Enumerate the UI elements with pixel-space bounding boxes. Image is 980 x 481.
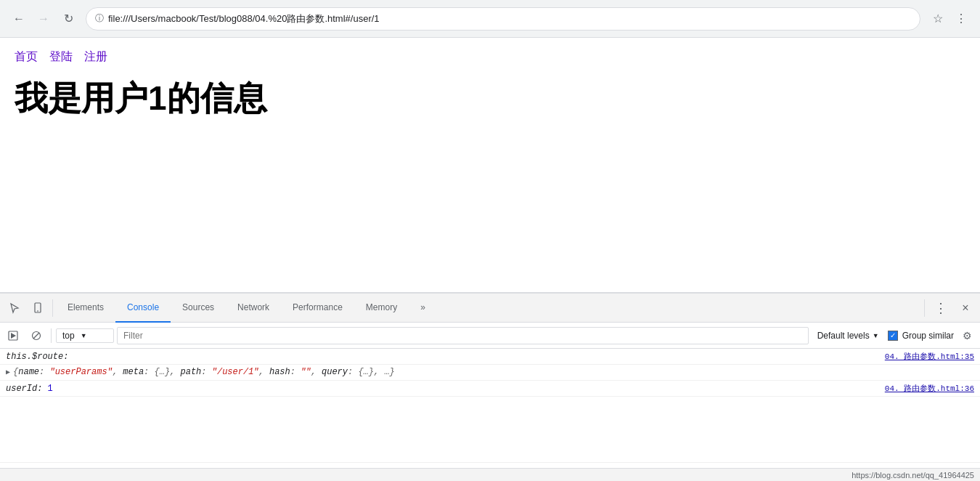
group-similar[interactable]: ✓ Group similar <box>888 331 954 341</box>
devtools-toolbar: Elements Console Sources Network Perform… <box>0 294 980 323</box>
tab-console[interactable]: Console <box>115 294 171 323</box>
play-icon <box>8 331 18 341</box>
group-similar-label: Group similar <box>902 331 954 341</box>
nav-home[interactable]: 首页 <box>15 49 38 65</box>
userid-val: 1 <box>48 384 53 394</box>
status-bar: https://blog.csdn.net/qq_41964425 <box>0 468 980 481</box>
default-levels-arrow-icon: ▼ <box>873 332 879 339</box>
hash-val: "" <box>301 367 311 377</box>
context-arrow-icon: ▼ <box>81 332 87 339</box>
devtools-separator-1 <box>52 299 53 317</box>
meta-val: {…} <box>155 367 171 377</box>
tab-performance[interactable]: Performance <box>281 294 354 323</box>
console-line-2-content: {name: "userParams", meta: {…}, path: "/… <box>13 367 974 377</box>
hash-key: hash <box>269 367 290 377</box>
status-url: https://blog.csdn.net/qq_41964425 <box>852 471 974 480</box>
nav-buttons: ← → ↻ <box>9 9 78 29</box>
comma-1: , <box>113 367 123 377</box>
nav-register[interactable]: 注册 <box>84 49 107 65</box>
colon-4: : <box>290 367 301 377</box>
tab-network[interactable]: Network <box>226 294 281 323</box>
page-heading: 我是用户1的信息 <box>15 76 965 121</box>
userid-key: userId: <box>6 384 48 394</box>
comma-3: , <box>259 367 269 377</box>
url-text: file:///Users/macbook/Test/blog088/04.%2… <box>108 12 911 25</box>
star-button[interactable]: ☆ <box>928 9 948 29</box>
route-label-text: this.$route: <box>6 352 68 362</box>
devtools-separator-2 <box>924 299 925 317</box>
colon-2: : <box>144 367 154 377</box>
name-val: "userParams" <box>49 367 112 377</box>
lock-icon: ⓘ <box>95 12 104 25</box>
path-key: path <box>181 367 202 377</box>
more-tabs-button[interactable]: » <box>409 294 437 323</box>
cursor-icon-button[interactable] <box>3 296 26 320</box>
console-line-1-content: this.$route: <box>6 352 879 362</box>
devtools-toolbar-right: ⋮ × <box>921 296 977 320</box>
colon-5: : <box>348 367 358 377</box>
console-line-userid: userId: 1 04. 路由参数.html:36 <box>0 381 980 397</box>
expand-arrow-icon[interactable]: ▶ <box>6 368 10 376</box>
toolbar-right: ☆ ⋮ <box>928 9 971 29</box>
comma-4: , <box>311 367 322 377</box>
query-key: query <box>322 367 348 377</box>
more-props: , …} <box>374 367 395 377</box>
console-bar: top ▼ Default levels ▼ ✓ Group similar ⚙ <box>0 323 980 349</box>
devtools-panel: Elements Console Sources Network Perform… <box>0 292 980 481</box>
settings-button[interactable]: ⚙ <box>957 326 977 346</box>
console-file-link-1[interactable]: 04. 路由参数.html:35 <box>885 351 974 362</box>
meta-key: meta <box>123 367 144 377</box>
comma-2: , <box>170 367 180 377</box>
devtools-close-button[interactable]: × <box>954 296 977 320</box>
path-val: "/user/1" <box>212 367 259 377</box>
svg-marker-3 <box>11 333 16 339</box>
console-sep-1 <box>51 328 52 343</box>
query-val: {…} <box>358 367 374 377</box>
console-line-object: ▶ {name: "userParams", meta: {…}, path: … <box>0 365 980 381</box>
filter-input[interactable] <box>117 327 809 344</box>
page-content: 首页 登陆 注册 我是用户1的信息 <box>0 38 980 292</box>
mobile-icon <box>32 302 44 314</box>
context-selector[interactable]: top ▼ <box>56 328 114 343</box>
colon-1: : <box>39 367 49 377</box>
forward-button[interactable]: → <box>33 9 54 29</box>
console-line-3-content: userId: 1 <box>6 384 879 394</box>
console-file-link-3[interactable]: 04. 路由参数.html:36 <box>885 383 974 394</box>
tab-sources[interactable]: Sources <box>171 294 226 323</box>
group-similar-checkbox: ✓ <box>888 331 898 341</box>
default-levels[interactable]: Default levels ▼ <box>812 329 885 342</box>
menu-button[interactable]: ⋮ <box>951 9 971 29</box>
mobile-icon-button[interactable] <box>26 296 49 320</box>
back-button[interactable]: ← <box>9 9 29 29</box>
address-bar[interactable]: ⓘ file:///Users/macbook/Test/blog088/04.… <box>86 7 920 31</box>
tab-elements[interactable]: Elements <box>56 294 115 323</box>
devtools-tabs: Elements Console Sources Network Perform… <box>56 294 921 323</box>
console-output: this.$route: 04. 路由参数.html:35 ▶ {name: "… <box>0 349 980 462</box>
context-label: top <box>62 331 75 341</box>
ban-icon <box>31 331 41 341</box>
cursor-icon <box>9 302 20 314</box>
devtools-more-options[interactable]: ⋮ <box>929 296 952 320</box>
reload-button[interactable]: ↻ <box>58 9 78 29</box>
console-line-route: this.$route: 04. 路由参数.html:35 <box>0 349 980 365</box>
name-key: name <box>18 367 39 377</box>
page-nav: 首页 登陆 注册 <box>15 49 965 65</box>
svg-line-5 <box>33 333 39 339</box>
console-play-button[interactable] <box>3 326 23 346</box>
tab-memory[interactable]: Memory <box>354 294 409 323</box>
default-levels-label: Default levels <box>817 331 870 341</box>
nav-login[interactable]: 登陆 <box>49 49 73 65</box>
colon-3: : <box>201 367 211 377</box>
browser-chrome: ← → ↻ ⓘ file:///Users/macbook/Test/blog0… <box>0 0 980 38</box>
console-ban-button[interactable] <box>26 326 46 346</box>
